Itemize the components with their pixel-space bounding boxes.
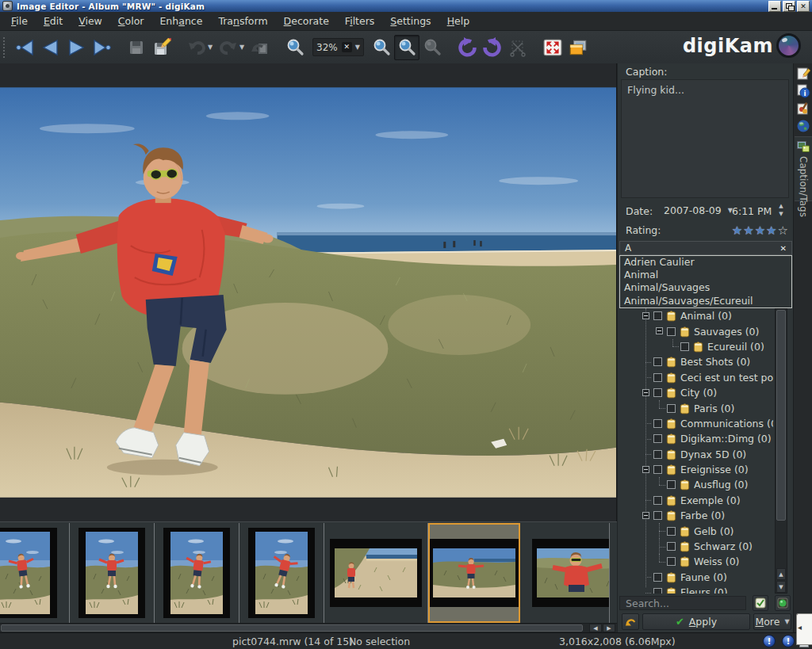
tag-checkbox[interactable] — [667, 480, 676, 489]
tag-tree-item-fleurs[interactable]: Fleurs (0) — [618, 585, 773, 594]
completion-item[interactable]: Animal/Sauvages/Ecureuil — [620, 295, 791, 307]
properties-icon[interactable]: i — [796, 84, 810, 98]
underexposure-indicator[interactable]: ! — [763, 635, 776, 647]
time-spinbox[interactable]: 6:11 PM — [732, 205, 772, 217]
tag-tree-item-paris[interactable]: Paris (0) — [618, 400, 773, 415]
menu-edit[interactable]: Edit — [36, 13, 71, 29]
tag-tree-item-farbe[interactable]: Farbe (0) — [618, 508, 773, 523]
time-spinner[interactable]: ▲▼ — [776, 203, 786, 218]
tag-tree-item-ereignisse[interactable]: Ereignisse (0) — [618, 462, 773, 477]
tag-checkbox[interactable] — [667, 327, 676, 336]
next-image-button[interactable] — [63, 35, 89, 60]
zoom-combobox[interactable]: 32%✕▼ — [312, 38, 364, 56]
menu-enhance[interactable]: Enhance — [151, 13, 210, 29]
rating-stars[interactable]: ★★★★☆ — [732, 223, 789, 238]
zoom-out-button[interactable] — [369, 35, 394, 60]
thumbnail-1[interactable] — [0, 523, 70, 623]
tag-checkbox[interactable] — [667, 557, 676, 566]
completion-item[interactable]: Adrien Caulier — [620, 256, 791, 269]
tag-checkbox[interactable] — [653, 588, 662, 594]
restore-button[interactable] — [783, 1, 795, 12]
zoom-in-button[interactable] — [394, 35, 419, 60]
tag-tree-item-gelb[interactable]: Gelb (0) — [618, 523, 773, 538]
menu-settings[interactable]: Settings — [382, 13, 439, 29]
tag-tree-item-ausflug[interactable]: Ausflug (0) — [618, 477, 773, 492]
tree-scroll-down[interactable]: ▼ — [776, 581, 786, 593]
colors-icon[interactable] — [796, 101, 810, 116]
previous-image-button[interactable] — [38, 35, 63, 60]
tag-tree-item-animal[interactable]: Animal (0) — [618, 308, 773, 323]
rating-star-1[interactable]: ★ — [732, 223, 743, 238]
tag-tree-item-exemple[interactable]: Exemple (0) — [618, 493, 773, 508]
menu-color[interactable]: Color — [110, 13, 152, 29]
more-button[interactable]: More ▼ — [753, 613, 791, 630]
tag-new-button[interactable] — [775, 595, 791, 611]
sidebar-collapse-handle[interactable] — [796, 613, 812, 645]
tag-checkbox[interactable] — [653, 496, 662, 505]
apply-button[interactable]: ✔ Apply — [642, 613, 750, 630]
caption-input[interactable]: Flying kid... — [621, 79, 789, 198]
clear-filter-icon[interactable]: ✕ — [780, 244, 787, 253]
edit-caption-icon[interactable] — [796, 67, 810, 81]
show-thumbbar-button[interactable] — [565, 35, 591, 60]
tag-tree-item-city[interactable]: City (0) — [618, 385, 773, 400]
fit-selection-button[interactable] — [540, 35, 565, 60]
thumbnail-6-selected[interactable] — [428, 523, 520, 623]
tag-checkbox[interactable] — [680, 342, 689, 351]
toolbar-drag-handle[interactable] — [3, 37, 7, 58]
collapse-toggle-icon[interactable] — [642, 512, 649, 519]
rating-star-3[interactable]: ★ — [755, 223, 766, 238]
tag-checkbox[interactable] — [653, 434, 662, 443]
tree-scrollbar-thumb[interactable] — [776, 310, 786, 521]
titlebar[interactable]: Image Editor - Album "MRW" - digiKam ✕ — [0, 0, 812, 12]
minimize-button[interactable] — [768, 1, 781, 12]
collapse-toggle-icon[interactable] — [656, 327, 663, 334]
scroll-right-arrow[interactable]: ▶ — [603, 624, 615, 632]
menu-decorate[interactable]: Decorate — [276, 13, 337, 29]
first-image-button[interactable] — [13, 35, 38, 60]
menu-file[interactable]: File — [3, 13, 36, 29]
tab-caption-tags[interactable]: Caption/Tags — [795, 136, 812, 201]
tag-tree-item-dynax-5d[interactable]: Dynax 5D (0) — [618, 447, 773, 462]
editor-canvas[interactable] — [0, 63, 617, 521]
zoom-fit-button[interactable] — [282, 35, 308, 60]
tag-checkbox[interactable] — [653, 357, 662, 366]
tree-scroll-up[interactable]: ▲ — [776, 568, 786, 580]
tag-checkbox[interactable] — [653, 511, 662, 520]
rotate-left-button[interactable] — [454, 35, 480, 60]
tag-tree-item-best-shots[interactable]: Best Shots (0) — [618, 354, 773, 369]
last-image-button[interactable] — [89, 35, 114, 60]
save-as-button[interactable] — [149, 35, 174, 60]
scrollbar-thumb[interactable] — [1, 624, 583, 632]
menu-filters[interactable]: Filters — [337, 13, 382, 29]
tag-tree-item-ecureuil[interactable]: Ecureuil (0) — [618, 339, 773, 354]
scroll-left-arrow[interactable]: ◀ — [589, 624, 602, 632]
tree-scrollbar[interactable]: ▲ ▼ — [775, 308, 787, 594]
date-combobox[interactable]: 2007-08-09 ▼ — [664, 204, 741, 216]
thumbnail-5[interactable] — [324, 523, 428, 623]
menu-view[interactable]: View — [71, 13, 110, 29]
tag-tree-item-communications[interactable]: Communications (0) — [618, 416, 773, 431]
overexposure-indicator[interactable]: ! — [782, 635, 795, 647]
rating-star-4[interactable]: ★ — [766, 223, 777, 238]
tag-checkbox[interactable] — [667, 404, 676, 413]
geolocation-icon[interactable] — [796, 119, 810, 133]
tag-checkbox[interactable] — [667, 542, 676, 551]
completion-item[interactable]: Animal/Sauvages — [620, 281, 791, 294]
tag-tree-item-ceci-est-un-test-pour-dig[interactable]: Ceci est un test pour dig — [618, 370, 773, 385]
menu-transform[interactable]: Transform — [210, 13, 275, 29]
rating-star-2[interactable]: ★ — [743, 223, 754, 238]
collapse-toggle-icon[interactable] — [642, 466, 649, 473]
tag-edit-button[interactable] — [753, 595, 768, 611]
tag-checkbox[interactable] — [653, 465, 662, 474]
thumbnail-3[interactable] — [155, 523, 239, 623]
completion-item[interactable]: Animal — [620, 269, 791, 281]
thumbnail-2[interactable] — [70, 523, 155, 623]
tag-checkbox[interactable] — [653, 450, 662, 459]
tag-search-input[interactable]: Search... — [619, 596, 746, 610]
tag-tree-item-weiss[interactable]: Weiss (0) — [618, 554, 773, 569]
close-button[interactable]: ✕ — [797, 1, 810, 12]
collapse-toggle-icon[interactable] — [642, 312, 649, 319]
photo-of-boy-on-dune[interactable] — [0, 87, 616, 498]
rating-star-5[interactable]: ☆ — [778, 223, 789, 238]
